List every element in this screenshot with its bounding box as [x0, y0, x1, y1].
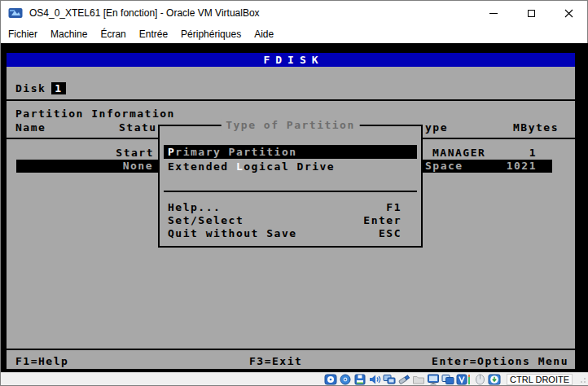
footer-key-f3-exit: F3=Exit — [249, 355, 302, 368]
action-quit-without-save[interactable]: Quit without Save — [168, 227, 297, 240]
menu-item-extended-logical-drive[interactable]: Extended Logical Drive — [168, 160, 335, 173]
maximize-icon — [528, 10, 535, 17]
mouse-integration-icon[interactable] — [474, 374, 486, 385]
menu-aide[interactable]: Aide — [248, 26, 280, 42]
menu-item-primary-partition[interactable]: Primary Partition — [164, 145, 417, 159]
divider-top — [7, 99, 575, 101]
maximize-button[interactable] — [512, 1, 550, 25]
virtualbox-icon — [8, 7, 23, 19]
vm-statusbar: CTRL DROITE — [1, 372, 588, 385]
fdisk-title: FDISK — [7, 53, 575, 67]
menu-item-label: ogical Drive — [244, 160, 335, 173]
vm-display: FDISK Disk1 Partition Information Name S… — [1, 43, 588, 374]
host-key-indicator: CTRL DROITE — [507, 374, 573, 385]
accelerator-letter: L — [236, 160, 244, 173]
footer-key-enter-options: Enter=Options Menu — [432, 355, 568, 368]
column-header-mbytes: MBytes — [513, 121, 559, 134]
window-title: OS4_0_XTEL61 [En fonction] - Oracle VM V… — [29, 7, 260, 19]
close-button[interactable] — [550, 1, 587, 25]
action-set-select-key: Enter — [363, 214, 402, 227]
keyboard-capture-icon[interactable] — [488, 374, 501, 385]
menu-item-label: rimary Partition — [175, 146, 296, 158]
partition-info-heading: Partition Information — [15, 107, 175, 121]
display-icon[interactable] — [427, 374, 440, 385]
action-help-key: F1 — [386, 201, 402, 214]
action-set-select[interactable]: Set/Select — [168, 214, 244, 227]
footer-key-f1-help: F1=Help — [15, 355, 68, 368]
selected-partition-mbytes: 1021 — [507, 160, 537, 173]
divider-bottom — [7, 349, 575, 350]
type-of-partition-dialog: Type of Partition Primary Partition Exte… — [158, 125, 423, 248]
floppy-icon[interactable] — [353, 374, 366, 385]
usb-icon[interactable] — [397, 374, 410, 385]
menu-machine[interactable]: Machine — [44, 26, 94, 42]
column-header-type: ype — [425, 121, 448, 134]
dialog-separator — [164, 191, 417, 192]
disk-label: Disk — [15, 82, 46, 94]
resize-grip[interactable] — [578, 375, 586, 384]
action-help[interactable]: Help... — [168, 201, 221, 214]
fdisk-screen: FDISK Disk1 Partition Information Name S… — [7, 53, 575, 369]
audio-icon[interactable] — [368, 374, 381, 385]
dialog-title: Type of Partition — [221, 119, 360, 132]
menubar: Fichier Machine Écran Entrée Périphériqu… — [1, 25, 587, 43]
recording-icon[interactable] — [441, 374, 454, 385]
partition-row-mbytes[interactable]: 1 — [529, 147, 537, 160]
menu-peripheriques[interactable]: Périphériques — [174, 26, 248, 42]
window-titlebar: OS4_0_XTEL61 [En fonction] - Oracle VM V… — [1, 1, 587, 25]
hard-disk-icon[interactable] — [324, 374, 337, 385]
partition-row-type[interactable]: MANAGER — [432, 147, 485, 160]
menu-entree[interactable]: Entrée — [133, 26, 174, 42]
selected-partition-row-status[interactable]: None — [16, 160, 158, 173]
partition-row-status[interactable]: Start — [116, 147, 154, 160]
features-icon[interactable] — [456, 374, 472, 385]
action-quit-key: ESC — [379, 227, 402, 240]
disk-number[interactable]: 1 — [51, 82, 65, 94]
minimize-button[interactable] — [475, 1, 512, 25]
menu-fichier[interactable]: Fichier — [2, 26, 44, 42]
optical-disk-icon[interactable] — [339, 374, 352, 385]
menu-item-label: Extended — [168, 160, 236, 173]
column-header-status: Statu — [119, 121, 157, 134]
network-icon[interactable] — [383, 374, 396, 385]
selected-partition-type: Space — [425, 160, 463, 173]
accelerator-letter: P — [168, 146, 175, 158]
selected-partition-row[interactable]: Space 1021 — [423, 160, 552, 173]
column-header-name: Name — [15, 121, 46, 134]
minimize-icon — [489, 13, 498, 14]
virtualbox-window: OS4_0_XTEL61 [En fonction] - Oracle VM V… — [0, 0, 588, 386]
close-icon — [564, 9, 573, 18]
menu-ecran[interactable]: Écran — [94, 26, 132, 42]
shared-folders-icon[interactable] — [412, 374, 425, 385]
disk-selector: Disk1 — [15, 82, 66, 95]
